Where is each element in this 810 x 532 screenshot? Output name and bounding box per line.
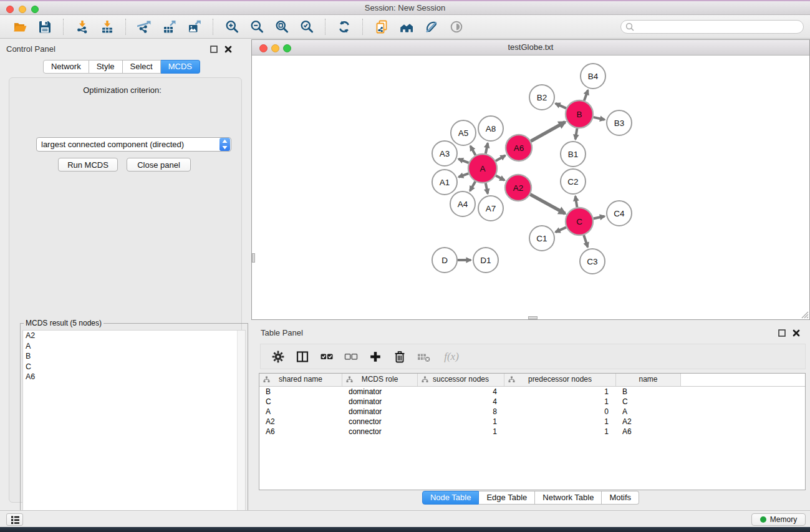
column-header-shared-name[interactable]: shared name: [259, 374, 342, 386]
graph-edge-B-B4[interactable]: [584, 90, 588, 101]
graph-edge-B-B1[interactable]: [576, 128, 577, 140]
graph-edge-C-C2[interactable]: [576, 196, 577, 208]
graph-edge-B-B2[interactable]: [556, 104, 566, 109]
graph-edge-A6-B[interactable]: [531, 122, 565, 142]
table-tab-motifs[interactable]: Motifs: [602, 491, 639, 505]
graph-node-label: D1: [480, 256, 491, 265]
select-all-checks-button[interactable]: [319, 349, 334, 364]
split-columns-button[interactable]: [295, 349, 310, 364]
close-window-button[interactable]: [6, 6, 14, 13]
close-panel-icon[interactable]: [223, 44, 233, 54]
deselect-checks-button[interactable]: [344, 349, 359, 364]
search-box[interactable]: [620, 20, 804, 34]
table-cell: 1: [504, 397, 616, 406]
close-panel-button[interactable]: Close panel: [127, 158, 191, 172]
import-table-button[interactable]: [97, 17, 118, 36]
table-row[interactable]: Adominator80A: [259, 407, 805, 417]
graph-edge-A-A7[interactable]: [486, 183, 488, 194]
toolbar-separator: [125, 19, 127, 35]
search-input[interactable]: [635, 21, 803, 33]
mcds-result-item[interactable]: A2: [23, 331, 245, 341]
graph-edge-A-A2[interactable]: [496, 175, 504, 180]
table-row[interactable]: Cdominator41C: [259, 397, 805, 407]
graph-node-label: B: [576, 110, 582, 119]
table-panel: Table Panel f(x) shared nameMCDS rolesuc…: [251, 323, 810, 507]
graph-edge-A-A6[interactable]: [496, 155, 505, 161]
control-tab-network[interactable]: Network: [43, 60, 89, 74]
toggle-views-button[interactable]: [446, 17, 467, 36]
toggle-views-icon: [449, 19, 464, 34]
control-tab-style[interactable]: Style: [89, 60, 123, 74]
zoom-window-button[interactable]: [31, 6, 39, 13]
network-vertical-scrollthumb[interactable]: [252, 253, 255, 263]
network-canvas[interactable]: B4B2BB3A5A8A6A3AB1A1C2A2A4A7CC4C1C3DD1: [253, 56, 809, 319]
zoom-in-button[interactable]: [221, 17, 243, 36]
add-plus-button[interactable]: [368, 349, 383, 364]
column-header-successor-nodes[interactable]: successor nodes: [418, 374, 504, 386]
control-tab-mcds[interactable]: MCDS: [161, 60, 200, 74]
refresh-button[interactable]: [334, 17, 355, 36]
control-tab-select[interactable]: Select: [123, 60, 161, 74]
home-button[interactable]: [396, 17, 417, 36]
column-header-name[interactable]: name: [616, 374, 681, 386]
export-image-button[interactable]: [184, 17, 205, 36]
open-session-button[interactable]: [9, 17, 31, 36]
zoom-out-button[interactable]: [246, 17, 268, 36]
network-close-button[interactable]: [259, 44, 268, 52]
table-tab-network-table[interactable]: Network Table: [535, 491, 602, 505]
fx-icon: f(x): [444, 351, 459, 363]
table-tab-edge-table[interactable]: Edge Table: [479, 491, 535, 505]
network-zoom-button[interactable]: [283, 44, 291, 52]
list-scrollbar[interactable]: [237, 331, 245, 532]
mcds-result-list[interactable]: A2ABCA6: [22, 330, 246, 532]
resize-grip-icon[interactable]: [801, 311, 809, 319]
graph-node-label: A8: [486, 124, 496, 133]
export-network-button[interactable]: [134, 17, 155, 36]
network-horizontal-scrollthumb[interactable]: [528, 316, 538, 319]
graph-edge-A-A4[interactable]: [470, 181, 476, 191]
graph-edge-A-A1[interactable]: [459, 173, 469, 177]
mcds-result-item[interactable]: C: [23, 362, 245, 372]
graph-edge-C-C1[interactable]: [556, 227, 566, 232]
table-cell: A6: [259, 427, 342, 436]
table-row[interactable]: A2connector11A2: [259, 417, 805, 427]
mcds-result-item[interactable]: A: [23, 341, 245, 352]
network-minimize-button[interactable]: [271, 44, 279, 52]
graph-edge-B-B3[interactable]: [593, 117, 604, 120]
trash-button[interactable]: [392, 349, 407, 364]
memory-button[interactable]: Memory: [751, 513, 806, 526]
float-panel-icon[interactable]: [209, 44, 219, 54]
search-icon: [625, 22, 635, 32]
graph-edge-C-C3[interactable]: [584, 235, 587, 247]
graph-edge-A2-C[interactable]: [530, 195, 565, 214]
task-history-button[interactable]: [6, 513, 23, 526]
zoom-selected-button[interactable]: [296, 17, 317, 36]
network-window-titlebar[interactable]: testGlobe.txt: [252, 40, 809, 56]
graph-edge-C-C4[interactable]: [594, 216, 605, 219]
float-table-panel-icon[interactable]: [777, 328, 787, 338]
column-header-predecessor-nodes[interactable]: predecessor nodes: [504, 374, 616, 386]
column-header-MCDS-role[interactable]: MCDS role: [342, 374, 418, 386]
import-network-button[interactable]: [72, 17, 93, 36]
table-cell: 1: [504, 417, 616, 426]
mcds-result-item[interactable]: B: [23, 351, 245, 362]
select-stepper-icon: [219, 138, 230, 151]
graph-edge-A-A8[interactable]: [486, 143, 488, 154]
close-table-panel-icon[interactable]: [791, 328, 801, 338]
apply-style-button[interactable]: [421, 17, 442, 36]
optimization-select[interactable]: largest connected component (directed): [36, 137, 231, 152]
run-mcds-button[interactable]: Run MCDS: [58, 158, 118, 172]
export-table-button[interactable]: [159, 17, 180, 36]
gear-button[interactable]: [271, 349, 286, 364]
minimize-window-button[interactable]: [19, 6, 26, 13]
zoom-fit-button[interactable]: [271, 17, 292, 36]
graph-edge-A-A3[interactable]: [458, 159, 468, 163]
clone-network-button[interactable]: [371, 17, 392, 36]
table-tab-node-table[interactable]: Node Table: [422, 491, 480, 505]
table-row[interactable]: Bdominator41B: [259, 387, 805, 397]
mcds-result-item[interactable]: A6: [23, 372, 245, 382]
node-table[interactable]: shared nameMCDS rolesuccessor nodesprede…: [259, 373, 806, 490]
graph-edge-A-A5[interactable]: [470, 146, 475, 155]
table-row[interactable]: A6connector11A6: [259, 427, 805, 437]
save-session-button[interactable]: [34, 17, 55, 36]
